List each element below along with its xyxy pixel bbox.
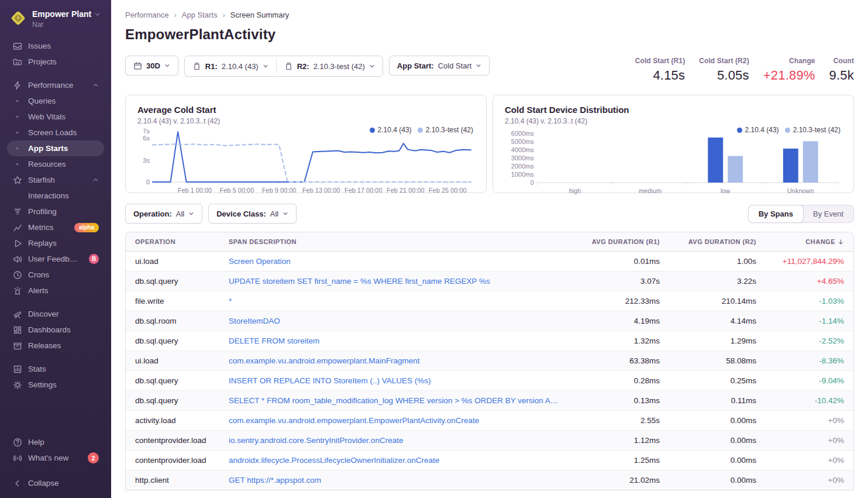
sidebar-item-label: Crons — [28, 270, 99, 279]
table-row[interactable]: db.sql.queryDELETE FROM storeitem1.32ms1… — [126, 331, 853, 351]
sidebar-item-profiling[interactable]: Profiling — [7, 204, 104, 219]
span-description-link[interactable]: io.sentry.android.core.SentryInitProvide… — [229, 436, 560, 445]
sidebar-item-web-vitals[interactable]: Web Vitals — [7, 109, 104, 125]
sidebar-item-projects[interactable]: Projects — [7, 54, 104, 70]
sidebar-item-releases[interactable]: Releases — [7, 338, 104, 353]
span-description-link[interactable]: Screen Operation — [229, 257, 560, 266]
column-header-operation[interactable]: Operation — [126, 232, 219, 251]
table-row[interactable]: contentprovider.loadio.sentry.android.co… — [126, 430, 853, 450]
span-description-link[interactable]: StoreItemDAO — [229, 317, 560, 325]
settings-icon — [12, 380, 22, 390]
sidebar-item-interactions[interactable]: Interactions — [7, 188, 104, 204]
table-row[interactable]: db.sql.queryINSERT OR REPLACE INTO Store… — [126, 370, 853, 390]
sidebar-item-performance[interactable]: Performance — [7, 77, 104, 93]
span-description-link[interactable]: UPDATE storeitem SET first_name = %s WHE… — [229, 277, 560, 286]
toggle-by-event[interactable]: By Event — [803, 205, 853, 222]
sidebar-item-app-starts[interactable]: App Starts — [7, 140, 104, 156]
sidebar-item-settings[interactable]: Settings — [7, 377, 104, 393]
sidebar-item-discover[interactable]: Discover — [7, 306, 104, 322]
legend-item[interactable]: 2.10.3-test (42) — [785, 126, 841, 134]
table-row[interactable]: db.sql.queryUPDATE storeitem SET first_n… — [126, 271, 853, 291]
sidebar-item-replays[interactable]: Replays — [7, 235, 104, 251]
bullet-icon — [12, 100, 22, 102]
svg-text:Feb 21 00:00: Feb 21 00:00 — [387, 187, 425, 194]
sidebar-item-what-s-new[interactable]: What's new2 — [7, 450, 104, 466]
date-range-filter[interactable]: 30D — [125, 56, 178, 75]
release-r1-filter[interactable]: R1: 2.10.4 (43) — [185, 56, 276, 76]
org-environment: Nar — [32, 20, 101, 29]
span-description-link[interactable]: com.example.vu.android.empowerplant.Empo… — [229, 416, 560, 425]
column-header-avg-duration-r1-[interactable]: Avg Duration (R1) — [570, 232, 669, 251]
sidebar-item-metrics[interactable]: Metricsalpha — [7, 219, 104, 235]
count-badge: 2 — [88, 452, 99, 463]
device-class-value: All — [270, 209, 278, 218]
feedback-icon — [12, 254, 22, 264]
release-r2-filter[interactable]: R2: 2.10.3-test (42) — [277, 56, 383, 76]
svg-text:2000ms: 2000ms — [511, 163, 534, 170]
operation-cell: contentprovider.load — [126, 451, 219, 470]
column-header-avg-duration-r2-[interactable]: Avg Duration (R2) — [669, 232, 766, 251]
span-description-link[interactable]: INSERT OR REPLACE INTO StoreItem (..) VA… — [229, 376, 560, 385]
table-row[interactable]: file.write*212.33ms210.14ms-1.03% — [126, 291, 853, 311]
sidebar-item-screen-loads[interactable]: Screen Loads — [7, 125, 104, 140]
operation-cell: db.sql.query — [126, 391, 219, 410]
span-description-link[interactable]: * — [229, 297, 560, 305]
span-description-link[interactable]: DELETE FROM storeitem — [229, 336, 560, 345]
table-row[interactable]: db.sql.roomStoreItemDAO4.19ms4.14ms-1.14… — [126, 311, 853, 331]
svg-text:Feb 25 00:00: Feb 25 00:00 — [429, 187, 467, 194]
breadcrumb-item[interactable]: Performance — [125, 11, 168, 19]
span-description-link[interactable]: androidx.lifecycle.ProcessLifecycleOwner… — [229, 456, 560, 465]
average-cold-start-chart[interactable]: 7s6s3s0Feb 1 00:00Feb 5 00:00Feb 9 00:00… — [137, 126, 474, 198]
column-header-change[interactable]: Change — [766, 232, 853, 251]
stats-icon — [12, 364, 22, 374]
table-row[interactable]: ui.loadScreen Operation0.01ms1.00s+11,02… — [126, 252, 853, 271]
stat-value: 4.15s — [635, 68, 686, 83]
toggle-by-spans[interactable]: By Spans — [748, 205, 804, 223]
sidebar-item-alerts[interactable]: Alerts — [7, 283, 104, 298]
span-description-link[interactable]: SELECT * FROM room_table_modification_lo… — [229, 396, 560, 405]
sidebar-item-stats[interactable]: Stats — [7, 361, 104, 377]
operation-filter[interactable]: Operation: All — [125, 204, 202, 224]
chart-legend: 2.10.4 (43)2.10.3-test (42) — [736, 126, 842, 134]
span-description-link[interactable]: GET https://*.appspot.com — [229, 476, 560, 485]
column-header-label: Operation — [135, 238, 175, 245]
device-distribution-chart[interactable]: 6000ms5000ms4000ms3000ms2000ms1000ms0hig… — [505, 126, 842, 198]
alerts-icon — [12, 286, 22, 296]
device-class-filter[interactable]: Device Class: All — [208, 204, 297, 224]
sidebar-item-user-feedback[interactable]: User FeedbackB — [7, 251, 104, 267]
table-row[interactable]: activity.loadcom.example.vu.android.empo… — [126, 410, 853, 430]
table-row[interactable]: http.clientGET https://*.appspot.com21.0… — [126, 470, 853, 490]
table-row[interactable]: ui.loadcom.example.vu.android.empowerpla… — [126, 351, 853, 370]
breadcrumb-item[interactable]: App Starts — [182, 11, 218, 19]
svg-text:Unknown: Unknown — [787, 187, 814, 194]
avg-duration-r1-cell: 1.12ms — [570, 431, 669, 450]
sidebar-item-resources[interactable]: Resources — [7, 156, 104, 172]
legend-item[interactable]: 2.10.4 (43) — [370, 126, 412, 134]
whats-new-icon — [12, 453, 22, 463]
stat-cold-start-r2-: Cold Start (R2)5.05s — [699, 57, 749, 83]
change-cell: -1.14% — [766, 311, 853, 331]
avg-duration-r2-cell: 1.00s — [669, 252, 766, 271]
table-row[interactable]: db.sql.querySELECT * FROM room_table_mod… — [126, 390, 853, 410]
column-header-span-description[interactable]: Span Description — [219, 232, 570, 251]
app-start-filter[interactable]: App Start: Cold Start — [389, 56, 490, 75]
span-description-link[interactable]: com.example.vu.android.empowerplant.Main… — [229, 356, 560, 365]
svg-text:medium: medium — [639, 187, 662, 194]
sidebar-item-collapse[interactable]: Collapse — [7, 475, 104, 491]
legend-item[interactable]: 2.10.3-test (42) — [418, 126, 473, 134]
caret-up-icon — [92, 82, 99, 88]
stat-count: Count9.5k — [829, 57, 854, 83]
sidebar-item-issues[interactable]: Issues — [7, 38, 104, 54]
sidebar-item-crons[interactable]: Crons — [7, 267, 104, 283]
bullet-icon — [12, 116, 22, 118]
sidebar-item-label: Starfish — [28, 176, 87, 184]
org-switcher[interactable]: Empower Plant Nar — [7, 8, 104, 29]
table-row[interactable]: contentprovider.loadandroidx.lifecycle.P… — [126, 450, 853, 470]
sidebar-item-help[interactable]: Help — [7, 434, 104, 450]
sidebar-item-starfish[interactable]: Starfish — [7, 172, 104, 188]
sidebar-item-queries[interactable]: Queries — [7, 93, 104, 109]
device-class-label: Device Class: — [216, 209, 266, 218]
legend-item[interactable]: 2.10.4 (43) — [737, 126, 779, 134]
change-cell: -2.52% — [766, 331, 853, 351]
sidebar-item-dashboards[interactable]: Dashboards — [7, 322, 104, 338]
